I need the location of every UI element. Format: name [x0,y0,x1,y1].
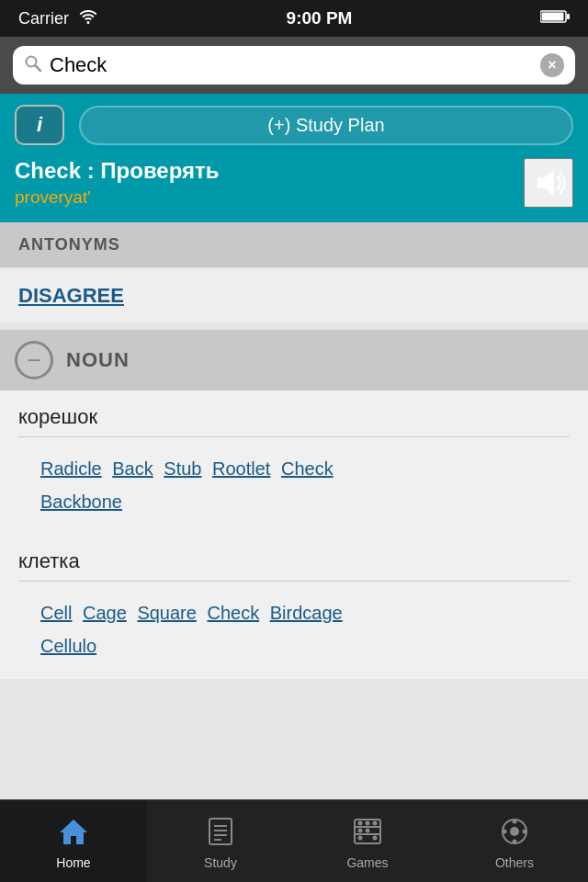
svg-point-21 [373,836,378,841]
syn-cell[interactable]: Cell [40,603,72,623]
status-bar: Carrier 9:00 PM [0,0,588,37]
speaker-icon [528,163,569,203]
status-right [540,9,570,28]
word-transliteration: proveryat' [15,187,524,208]
status-left: Carrier [18,9,98,28]
antonym-disagree-link[interactable]: DISAGREE [18,284,124,307]
carrier-label: Carrier [18,9,69,28]
syn-birdcage[interactable]: Birdcage [270,603,343,623]
syn-square[interactable]: Square [137,603,197,623]
divider-2 [18,581,570,582]
definition-block-2: клетка Cell Cage Square Check Birdcage C… [0,535,588,679]
svg-point-26 [503,830,507,834]
study-plan-button[interactable]: (+) Study Plan [79,106,573,145]
tab-others-label: Others [495,855,534,870]
syn-cellulo[interactable]: Cellulo [40,636,96,656]
tab-games-label: Games [346,855,388,870]
synonyms-row-1: Radicle Back Stub Rootlet Check Backbone [18,447,570,535]
tab-games[interactable]: Games [294,800,441,882]
svg-point-17 [373,821,378,826]
svg-point-18 [358,829,363,833]
syn-radicle[interactable]: Radicle [40,458,102,479]
tab-others[interactable]: Others [441,800,588,882]
russian-word-1: корешок [18,390,570,436]
svg-point-27 [523,830,527,834]
word-title: Check : Проверять [15,158,524,184]
tab-bar: Home Study [0,799,588,882]
syn-rootlet[interactable]: Rootlet [212,458,270,479]
svg-line-4 [36,66,41,72]
speaker-button[interactable] [524,158,573,208]
svg-marker-6 [60,820,87,844]
battery-icon [540,9,570,28]
svg-point-23 [510,827,519,836]
svg-point-15 [358,821,363,826]
noun-section-header: − NOUN [0,330,588,390]
synonyms-row-2: Cell Cage Square Check Birdcage Cellulo [18,591,570,679]
clear-button[interactable]: × [540,53,564,77]
svg-marker-5 [537,170,554,196]
wifi-icon [78,9,98,28]
tab-home[interactable]: Home [0,800,147,882]
svg-rect-2 [567,14,570,19]
svg-point-19 [366,829,370,833]
search-container: × [13,46,575,85]
tab-study[interactable]: Study [147,800,294,882]
svg-point-20 [358,836,363,841]
info-button[interactable]: i [15,105,64,145]
svg-rect-1 [541,12,563,20]
svg-point-24 [513,820,517,824]
others-icon [501,818,528,852]
search-input[interactable] [50,53,533,77]
word-row: Check : Проверять proveryat' [15,158,573,208]
russian-word-2: клетка [18,535,570,581]
content-area: ANTONYMS DISAGREE − NOUN корешок Radicle… [0,222,588,808]
definition-block-1: корешок Radicle Back Stub Rootlet Check … [0,390,588,535]
header-buttons: i (+) Study Plan [15,105,573,145]
syn-check-2[interactable]: Check [207,603,259,623]
home-icon [59,818,88,852]
header-area: i (+) Study Plan Check : Проверять prove… [0,94,588,222]
svg-point-25 [513,840,517,844]
games-icon [353,818,382,852]
syn-check-1[interactable]: Check [281,458,334,479]
collapse-noun-button[interactable]: − [15,341,53,379]
antonym-item: DISAGREE [0,269,588,322]
syn-back[interactable]: Back [112,458,153,479]
syn-stub[interactable]: Stub [164,458,201,479]
word-info: Check : Проверять proveryat' [15,158,524,208]
noun-label: NOUN [66,348,130,372]
svg-point-16 [366,821,370,826]
tab-home-label: Home [56,855,90,870]
syn-backbone[interactable]: Backbone [40,492,122,512]
search-bar: × [0,37,588,94]
divider-1 [18,436,570,437]
search-icon [24,54,42,76]
study-icon [208,818,233,852]
antonyms-section-header: ANTONYMS [0,222,588,267]
status-time: 9:00 PM [287,8,353,28]
syn-cage[interactable]: Cage [83,603,127,623]
tab-study-label: Study [204,855,237,870]
